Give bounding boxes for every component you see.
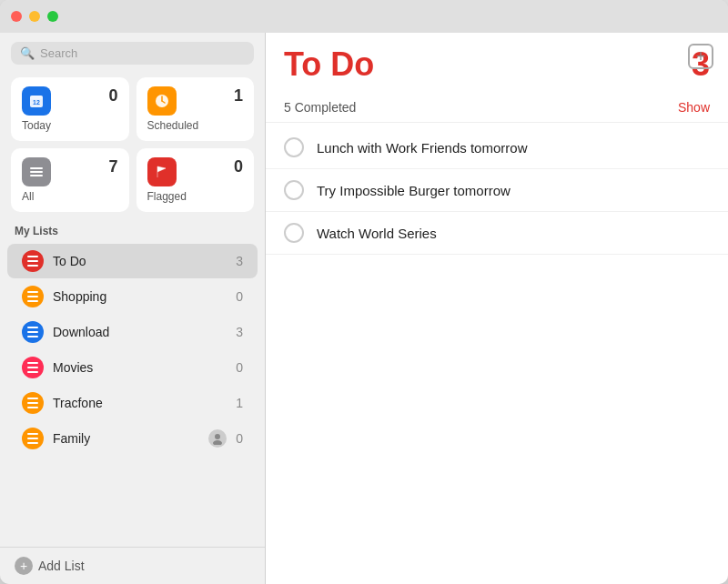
flagged-label: Flagged [147, 190, 244, 203]
today-label: Today [22, 119, 118, 132]
download-count: 3 [236, 325, 243, 339]
smart-list-scheduled[interactable]: 1 Scheduled [136, 77, 255, 141]
add-list-button[interactable]: + Add List [15, 557, 250, 575]
my-lists-header: My Lists [0, 221, 265, 243]
show-button[interactable]: Show [678, 100, 710, 115]
svg-point-9 [215, 434, 220, 439]
family-badge [208, 429, 227, 448]
movies-icon [22, 357, 44, 378]
download-icon [22, 321, 44, 343]
task-item: Lunch with Work Friends tomorrow [266, 126, 728, 169]
all-icon [22, 157, 51, 186]
main-header: To Do 3 [266, 33, 728, 93]
smart-list-today[interactable]: 12 0 Today [11, 77, 129, 141]
svg-text:12: 12 [33, 99, 40, 106]
task-text: Watch World Series [317, 226, 437, 241]
minimize-button[interactable] [29, 11, 40, 22]
sidebar-item-tracfone[interactable]: Tracfone 1 [7, 386, 258, 420]
todo-label: To Do [53, 254, 227, 268]
sidebar-item-movies[interactable]: Movies 0 [7, 350, 258, 385]
completed-bar: 5 Completed Show [266, 93, 728, 123]
main-content: + To Do 3 5 Completed Show Lunch with Wo… [266, 33, 728, 584]
scheduled-count: 1 [234, 86, 243, 106]
download-label: Download [53, 325, 227, 339]
main-title: To Do [284, 45, 374, 84]
tracfone-icon [22, 392, 44, 414]
family-label: Family [53, 431, 199, 446]
task-text: Lunch with Work Friends tomorrow [317, 140, 527, 156]
family-count: 0 [236, 431, 243, 446]
traffic-lights [11, 11, 58, 22]
flagged-count: 0 [234, 157, 243, 176]
todo-icon [22, 250, 44, 272]
task-text: Try Impossible Burger tomorrow [317, 183, 511, 198]
flagged-icon [147, 157, 177, 186]
search-placeholder: Search [40, 46, 77, 60]
sidebar-item-todo[interactable]: To Do 3 [7, 244, 258, 278]
app-window: 🔍 Search 12 0 Today [0, 0, 728, 584]
shopping-icon [22, 286, 44, 307]
task-item: Try Impossible Burger tomorrow [266, 169, 728, 212]
add-list-label: Add List [38, 559, 85, 573]
shopping-label: Shopping [53, 289, 227, 304]
tracfone-count: 1 [236, 396, 243, 410]
smart-list-flagged[interactable]: 0 Flagged [136, 148, 255, 212]
task-checkbox[interactable] [284, 180, 304, 200]
task-list: Lunch with Work Friends tomorrow Try Imp… [266, 123, 728, 584]
scheduled-label: Scheduled [147, 119, 244, 132]
sidebar-item-shopping[interactable]: Shopping 0 [7, 279, 258, 314]
smart-lists: 12 0 Today 1 Sch [0, 74, 265, 221]
shopping-count: 0 [236, 289, 243, 304]
tracfone-label: Tracfone [53, 396, 227, 410]
maximize-button[interactable] [47, 11, 58, 22]
svg-rect-8 [30, 175, 43, 176]
close-button[interactable] [11, 11, 22, 22]
today-count: 0 [108, 86, 117, 106]
content-area: 🔍 Search 12 0 Today [0, 33, 728, 584]
svg-point-10 [213, 440, 222, 445]
add-task-button[interactable]: + [688, 44, 713, 69]
sidebar-item-family[interactable]: Family 0 [7, 421, 258, 456]
task-checkbox[interactable] [284, 137, 304, 157]
smart-list-all[interactable]: 7 All [11, 148, 129, 212]
svg-rect-6 [30, 167, 43, 169]
todo-count: 3 [236, 254, 243, 268]
all-label: All [22, 190, 118, 203]
task-item: Watch World Series [266, 212, 728, 255]
sidebar-footer: + Add List [0, 547, 265, 584]
titlebar [0, 0, 728, 33]
scheduled-icon [147, 86, 177, 116]
all-count: 7 [108, 157, 117, 176]
today-icon: 12 [22, 86, 51, 116]
sidebar-item-download[interactable]: Download 3 [7, 315, 258, 349]
search-icon: 🔍 [20, 46, 35, 60]
add-list-icon: + [15, 557, 33, 575]
list-items: To Do 3 Shopping 0 Download [0, 243, 265, 547]
movies-label: Movies [53, 360, 227, 375]
movies-count: 0 [236, 360, 243, 375]
svg-rect-7 [30, 171, 43, 173]
sidebar: 🔍 Search 12 0 Today [0, 33, 266, 584]
completed-text: 5 Completed [284, 100, 356, 115]
task-checkbox[interactable] [284, 223, 304, 243]
family-icon [22, 428, 44, 449]
search-bar[interactable]: 🔍 Search [11, 42, 254, 65]
